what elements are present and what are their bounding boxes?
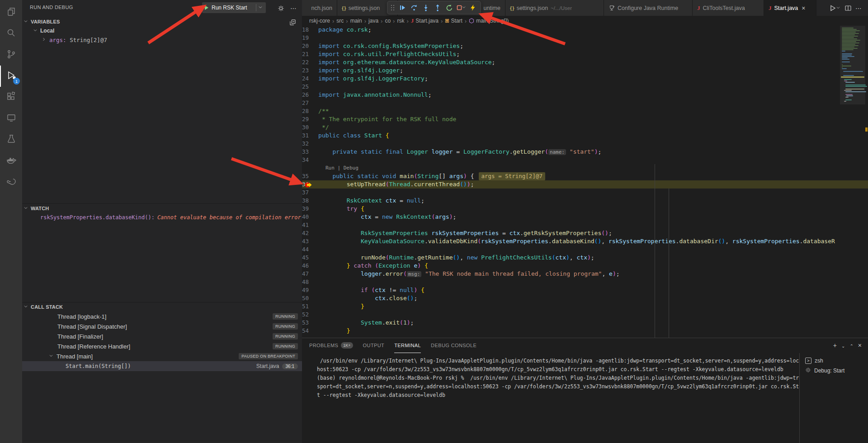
call-stack-thread[interactable]: Thread [Signal Dispatcher]RUNNING — [22, 321, 302, 331]
step-out-icon[interactable] — [432, 2, 443, 14]
gutter[interactable]: 45 — [302, 254, 309, 262]
run-file-icon[interactable] — [828, 3, 842, 13]
stop-icon[interactable] — [455, 2, 467, 14]
terminal-output[interactable]: /usr/bin/env /Library/Internet\ Plug-Ins… — [302, 353, 799, 443]
gutter[interactable]: 53 — [302, 319, 309, 327]
more-actions-icon[interactable]: ⋯ — [854, 4, 863, 13]
new-terminal-icon[interactable]: + — [833, 341, 837, 351]
variable-args[interactable]: args: String[2]@7 — [22, 35, 302, 44]
terminal-instance-debug-start[interactable]: Debug: Start — [800, 366, 868, 376]
panel-tab-terminal[interactable]: TERMINAL — [394, 338, 421, 353]
gutter[interactable]: 41 — [302, 221, 309, 229]
code-editor[interactable]: 18package co.rsk;1920import co.rsk.confi… — [302, 26, 868, 338]
gutter[interactable]: 43 — [302, 237, 309, 245]
gutter[interactable]: 32 — [302, 140, 309, 148]
drag-grip-icon[interactable] — [389, 2, 396, 14]
terminal-instance-zsh[interactable]: >zsh — [800, 356, 868, 366]
breadcrumb-item[interactable]: co — [385, 18, 391, 24]
watch-section-header[interactable]: WATCH — [22, 204, 302, 213]
gutter[interactable]: 36 — [302, 180, 309, 189]
gutter[interactable]: 28 — [302, 107, 309, 115]
gutter[interactable]: 18 — [302, 26, 309, 34]
continue-icon[interactable] — [396, 2, 408, 14]
codelens-run-debug[interactable]: Run | Debug — [311, 164, 359, 172]
gutter[interactable]: 22 — [302, 58, 309, 66]
gutter[interactable]: 30 — [302, 123, 309, 132]
chevron-down-icon[interactable]: ⌄ — [841, 341, 845, 351]
gutter[interactable]: 26 — [302, 91, 309, 99]
gutter[interactable]: 40 — [302, 213, 309, 221]
activity-bar-testing-icon[interactable] — [0, 129, 22, 151]
close-panel-icon[interactable]: × — [858, 341, 862, 351]
gutter[interactable]: 33 — [302, 148, 309, 156]
breadcrumb-item[interactable]: rskj-core — [309, 18, 330, 24]
more-actions-icon[interactable]: ⋯ — [289, 4, 297, 12]
activity-bar-docker-icon[interactable] — [0, 151, 22, 172]
gutter[interactable]: 20 — [302, 42, 309, 50]
gutter[interactable]: 51 — [302, 302, 309, 311]
activity-bar-source-control-icon[interactable] — [0, 44, 22, 66]
panel-tab-output[interactable]: OUTPUT — [363, 338, 385, 353]
codelens-row[interactable]: Run | Debug — [302, 164, 868, 172]
gutter[interactable]: 49 — [302, 286, 309, 294]
breadcrumb-item[interactable]: rsk — [397, 18, 404, 24]
breadcrumb-item[interactable]: main(String[]) — [469, 18, 509, 24]
call-stack-section-header[interactable]: CALL STACK — [22, 302, 302, 311]
variables-section-header[interactable]: VARIABLES — [22, 17, 302, 26]
tab-clitoolstest-java[interactable]: JCliToolsTest.java — [693, 0, 764, 16]
panel-tab-problems[interactable]: PROBLEMS1K+ — [309, 338, 353, 353]
tab-start-java[interactable]: JStart.java× — [764, 0, 816, 16]
panel-tab-debug-console[interactable]: DEBUG CONSOLE — [431, 338, 476, 353]
chevron-down-icon[interactable] — [836, 4, 841, 12]
gutter[interactable]: 42 — [302, 229, 309, 237]
call-stack-thread[interactable]: Thread [main]PAUSED ON BREAKPOINT — [22, 351, 302, 361]
gutter[interactable]: 34 — [302, 156, 309, 164]
step-over-icon[interactable] — [408, 2, 420, 14]
call-stack-thread[interactable]: Thread [Reference Handler]RUNNING — [22, 341, 302, 351]
call-stack-thread[interactable]: Thread [logback-1]RUNNING — [22, 311, 302, 321]
chevron-down-icon[interactable] — [259, 5, 263, 11]
breadcrumb-item[interactable]: ꕤStart — [445, 18, 462, 24]
activity-bar-run-debug-icon[interactable]: 1 — [0, 66, 22, 87]
activity-bar-remote-explorer-icon[interactable] — [0, 108, 22, 129]
gutter[interactable]: 50 — [302, 294, 309, 302]
gutter[interactable]: 35 — [302, 172, 309, 180]
call-stack-frame[interactable]: Start.main(String[]) Start.java36:1 — [22, 361, 302, 371]
maximize-panel-icon[interactable]: ⌃ — [849, 341, 853, 351]
breadcrumb-item[interactable]: java — [368, 18, 378, 24]
gutter[interactable]: 38 — [302, 197, 309, 205]
gutter[interactable]: 23 — [302, 66, 309, 75]
step-into-icon[interactable] — [420, 2, 432, 14]
gutter[interactable]: 25 — [302, 83, 309, 91]
activity-bar-explorer-icon[interactable] — [0, 2, 22, 23]
gutter[interactable]: 37 — [302, 189, 309, 197]
gutter[interactable]: 46 — [302, 262, 309, 270]
gutter[interactable]: 39 — [302, 205, 309, 213]
activity-bar-gradle-icon[interactable] — [0, 172, 22, 193]
split-editor-icon[interactable] — [844, 4, 853, 13]
gutter[interactable]: 24 — [302, 75, 309, 83]
collapse-all-icon[interactable] — [288, 18, 297, 26]
tab-configure-java-runtime[interactable]: Configure Java Runtime — [604, 0, 693, 16]
gutter[interactable]: 44 — [302, 245, 309, 254]
gutter[interactable]: 29 — [302, 115, 309, 123]
gutter[interactable]: 19 — [302, 34, 309, 42]
tab-settings-json[interactable]: { }settings.json~/.../User — [505, 0, 604, 16]
chevron-down-icon[interactable] — [462, 4, 467, 12]
tab-nch-json[interactable]: nch.json — [302, 0, 337, 16]
hot-code-replace-icon[interactable] — [467, 2, 479, 14]
gutter[interactable]: 52 — [302, 311, 309, 319]
close-icon[interactable]: × — [802, 5, 805, 11]
gear-icon[interactable] — [277, 4, 285, 12]
launch-configuration-dropdown[interactable]: Run RSK Start — [202, 2, 266, 13]
gutter[interactable]: 47 — [302, 270, 309, 278]
gutter[interactable]: 27 — [302, 99, 309, 107]
call-stack-thread[interactable]: Thread [Finalizer]RUNNING — [22, 331, 302, 341]
watch-expression[interactable]: rskSystemProperties.databaseKind(): Cann… — [22, 213, 302, 222]
gutter[interactable]: 21 — [302, 50, 309, 58]
activity-bar-search-icon[interactable] — [0, 23, 22, 44]
gutter[interactable]: 48 — [302, 278, 309, 286]
restart-icon[interactable] — [443, 2, 455, 14]
breadcrumb-item[interactable]: src — [336, 18, 344, 24]
breadcrumb-item[interactable]: JStart.java — [411, 17, 439, 24]
